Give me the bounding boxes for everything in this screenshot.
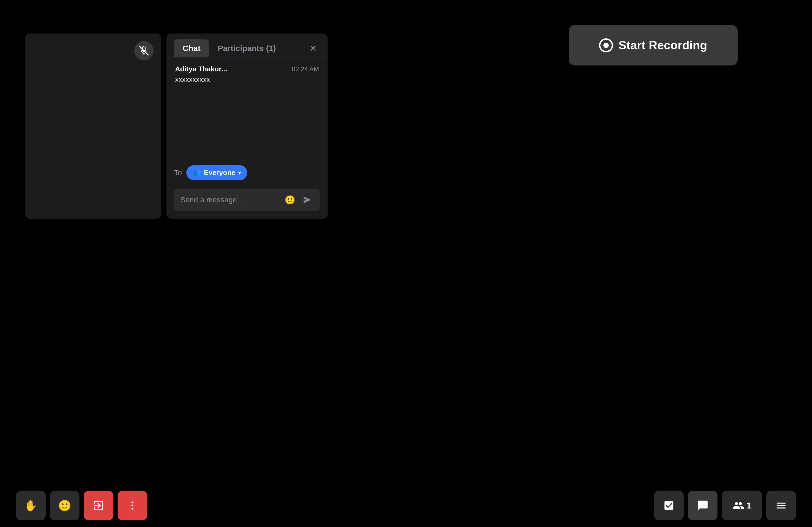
microphone-muted-icon [139,46,149,56]
message-input[interactable] [180,196,279,204]
everyone-selector[interactable]: 👥 Everyone ▾ [186,165,247,180]
tab-participants[interactable]: Participants (1) [209,40,285,57]
participants-count: 1 [746,501,751,511]
svg-point-3 [132,508,133,510]
to-label: To [174,168,182,177]
message-item: Aditya Thakur... 02:24 AM xxxxxxxxxx [175,65,319,84]
participants-icon [733,500,744,511]
toolbar-left-group: ✋ 🙂 [16,491,147,520]
emoji-reactions-button[interactable]: 🙂 [50,491,79,520]
message-text: xxxxxxxxxx [175,75,319,84]
hamburger-menu-icon [775,500,787,511]
chat-to-row: To 👥 Everyone ▾ [166,161,328,184]
mute-button[interactable] [134,41,154,60]
message-sender: Aditya Thakur... [175,65,227,73]
checkbox-button[interactable] [654,491,684,520]
more-icon [127,500,138,511]
participants-button[interactable]: 1 [722,491,762,520]
chat-input-box: 🙂 [174,189,320,211]
bottom-toolbar: ✋ 🙂 1 [0,484,812,527]
more-options-button[interactable] [118,491,147,520]
chat-toggle-button[interactable] [688,491,717,520]
send-button[interactable] [301,194,314,206]
svg-point-2 [132,505,133,507]
chat-messages-area: Aditya Thakur... 02:24 AM xxxxxxxxxx [166,57,328,161]
chat-tabs: Chat Participants (1) ✕ [166,33,328,57]
emoji-button[interactable]: 🙂 [284,194,296,206]
recording-icon [599,39,613,52]
message-time: 02:24 AM [292,65,319,73]
chat-bubble-icon [697,500,709,511]
raise-hand-button[interactable]: ✋ [16,491,46,520]
leave-button[interactable] [84,491,113,520]
chat-panel: Chat Participants (1) ✕ Aditya Thakur...… [166,33,328,219]
group-icon: 👥 [193,168,201,177]
menu-button[interactable] [766,491,796,520]
message-header: Aditya Thakur... 02:24 AM [175,65,319,73]
send-icon [303,196,311,204]
everyone-label: Everyone [204,168,235,177]
video-panel [25,33,161,219]
start-recording-button[interactable]: Start Recording [569,25,738,65]
start-recording-label: Start Recording [619,39,707,52]
toolbar-right-group: 1 [654,491,796,520]
chevron-down-icon: ▾ [238,169,241,176]
leave-icon [92,499,105,512]
checkbox-icon [663,500,675,511]
close-chat-button[interactable]: ✕ [306,41,320,55]
tab-chat[interactable]: Chat [174,40,209,57]
chat-input-area: 🙂 [166,184,328,219]
svg-point-1 [132,501,133,503]
